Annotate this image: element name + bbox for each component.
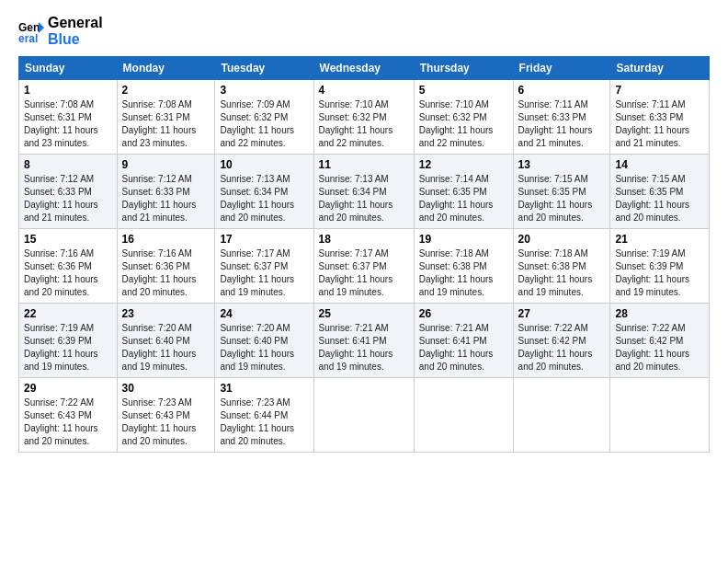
calendar-table: SundayMondayTuesdayWednesdayThursdayFrid…	[18, 56, 710, 453]
calendar-cell: 7Sunrise: 7:11 AMSunset: 6:33 PMDaylight…	[610, 80, 710, 155]
day-number: 7	[615, 84, 704, 97]
calendar-cell: 31Sunrise: 7:23 AMSunset: 6:44 PMDayligh…	[215, 378, 313, 453]
day-info: Sunrise: 7:18 AMSunset: 6:38 PMDaylight:…	[419, 247, 508, 299]
calendar-cell: 19Sunrise: 7:18 AMSunset: 6:38 PMDayligh…	[414, 229, 513, 304]
day-info: Sunrise: 7:12 AMSunset: 6:33 PMDaylight:…	[122, 173, 210, 224]
header: Gen eral General Blue	[18, 15, 710, 47]
calendar-cell: 26Sunrise: 7:21 AMSunset: 6:41 PMDayligh…	[414, 304, 513, 378]
calendar-cell: 24Sunrise: 7:20 AMSunset: 6:40 PMDayligh…	[215, 304, 313, 378]
calendar-cell: 29Sunrise: 7:22 AMSunset: 6:43 PMDayligh…	[19, 378, 118, 453]
calendar-cell: 6Sunrise: 7:11 AMSunset: 6:33 PMDaylight…	[513, 80, 610, 155]
day-info: Sunrise: 7:16 AMSunset: 6:36 PMDaylight:…	[24, 247, 112, 299]
day-info: Sunrise: 7:23 AMSunset: 6:43 PMDaylight:…	[122, 396, 210, 448]
weekday-header-thursday: Thursday	[414, 57, 513, 80]
calendar-page: Gen eral General Blue SundayMondayTuesda…	[0, 0, 728, 462]
day-info: Sunrise: 7:08 AMSunset: 6:31 PMDaylight:…	[24, 98, 112, 150]
calendar-cell: 4Sunrise: 7:10 AMSunset: 6:32 PMDaylight…	[313, 80, 414, 155]
day-number: 5	[419, 84, 508, 97]
calendar-cell: 12Sunrise: 7:14 AMSunset: 6:35 PMDayligh…	[414, 155, 513, 229]
weekday-header-tuesday: Tuesday	[215, 57, 313, 80]
weekday-header-monday: Monday	[117, 57, 215, 80]
day-number: 31	[220, 382, 308, 395]
day-number: 4	[319, 84, 409, 97]
day-info: Sunrise: 7:20 AMSunset: 6:40 PMDaylight:…	[122, 322, 210, 373]
day-number: 2	[122, 84, 210, 97]
calendar-cell: 10Sunrise: 7:13 AMSunset: 6:34 PMDayligh…	[215, 155, 313, 229]
calendar-cell: 22Sunrise: 7:19 AMSunset: 6:39 PMDayligh…	[19, 304, 118, 378]
calendar-cell	[313, 378, 414, 453]
day-info: Sunrise: 7:14 AMSunset: 6:35 PMDaylight:…	[419, 173, 508, 224]
day-info: Sunrise: 7:10 AMSunset: 6:32 PMDaylight:…	[319, 98, 409, 150]
day-number: 16	[122, 233, 210, 246]
calendar-cell: 20Sunrise: 7:18 AMSunset: 6:38 PMDayligh…	[513, 229, 610, 304]
weekday-header-friday: Friday	[513, 57, 610, 80]
day-number: 12	[419, 158, 508, 171]
calendar-cell: 15Sunrise: 7:16 AMSunset: 6:36 PMDayligh…	[19, 229, 118, 304]
day-number: 29	[24, 382, 112, 395]
day-number: 22	[24, 307, 112, 320]
calendar-cell: 17Sunrise: 7:17 AMSunset: 6:37 PMDayligh…	[215, 229, 313, 304]
calendar-cell: 23Sunrise: 7:20 AMSunset: 6:40 PMDayligh…	[117, 304, 215, 378]
day-info: Sunrise: 7:13 AMSunset: 6:34 PMDaylight:…	[220, 173, 308, 224]
day-info: Sunrise: 7:11 AMSunset: 6:33 PMDaylight:…	[615, 98, 704, 150]
day-number: 15	[24, 233, 112, 246]
day-number: 27	[518, 307, 606, 320]
calendar-cell: 27Sunrise: 7:22 AMSunset: 6:42 PMDayligh…	[513, 304, 610, 378]
day-number: 10	[220, 158, 308, 171]
day-number: 11	[319, 158, 409, 171]
day-number: 17	[220, 233, 308, 246]
svg-text:eral: eral	[18, 32, 38, 44]
day-info: Sunrise: 7:17 AMSunset: 6:37 PMDaylight:…	[319, 247, 409, 299]
day-info: Sunrise: 7:22 AMSunset: 6:42 PMDaylight:…	[615, 322, 704, 373]
calendar-cell: 9Sunrise: 7:12 AMSunset: 6:33 PMDaylight…	[117, 155, 215, 229]
day-number: 26	[419, 307, 508, 320]
calendar-cell: 30Sunrise: 7:23 AMSunset: 6:43 PMDayligh…	[117, 378, 215, 453]
weekday-header-wednesday: Wednesday	[313, 57, 414, 80]
day-number: 21	[615, 233, 704, 246]
logo: Gen eral General Blue	[18, 15, 103, 47]
calendar-cell: 14Sunrise: 7:15 AMSunset: 6:35 PMDayligh…	[610, 155, 710, 229]
day-number: 13	[518, 158, 606, 171]
calendar-cell: 16Sunrise: 7:16 AMSunset: 6:36 PMDayligh…	[117, 229, 215, 304]
day-number: 24	[220, 307, 308, 320]
day-info: Sunrise: 7:20 AMSunset: 6:40 PMDaylight:…	[220, 322, 308, 373]
svg-marker-2	[39, 22, 44, 33]
calendar-cell: 2Sunrise: 7:08 AMSunset: 6:31 PMDaylight…	[117, 80, 215, 155]
day-info: Sunrise: 7:18 AMSunset: 6:38 PMDaylight:…	[518, 247, 606, 299]
calendar-cell: 18Sunrise: 7:17 AMSunset: 6:37 PMDayligh…	[313, 229, 414, 304]
weekday-header-sunday: Sunday	[19, 57, 118, 80]
day-info: Sunrise: 7:15 AMSunset: 6:35 PMDaylight:…	[615, 173, 704, 224]
day-info: Sunrise: 7:19 AMSunset: 6:39 PMDaylight:…	[24, 322, 112, 373]
day-info: Sunrise: 7:23 AMSunset: 6:44 PMDaylight:…	[220, 396, 308, 448]
day-number: 25	[319, 307, 409, 320]
logo-text: General Blue	[48, 15, 103, 47]
calendar-cell: 28Sunrise: 7:22 AMSunset: 6:42 PMDayligh…	[610, 304, 710, 378]
day-number: 3	[220, 84, 308, 97]
weekday-header-saturday: Saturday	[610, 57, 710, 80]
day-number: 6	[518, 84, 606, 97]
day-number: 28	[615, 307, 704, 320]
calendar-cell	[513, 378, 610, 453]
day-info: Sunrise: 7:09 AMSunset: 6:32 PMDaylight:…	[220, 98, 308, 150]
calendar-cell: 25Sunrise: 7:21 AMSunset: 6:41 PMDayligh…	[313, 304, 414, 378]
day-number: 30	[122, 382, 210, 395]
day-number: 14	[615, 158, 704, 171]
calendar-cell	[610, 378, 710, 453]
calendar-cell	[414, 378, 513, 453]
calendar-cell: 1Sunrise: 7:08 AMSunset: 6:31 PMDaylight…	[19, 80, 118, 155]
calendar-cell: 11Sunrise: 7:13 AMSunset: 6:34 PMDayligh…	[313, 155, 414, 229]
day-info: Sunrise: 7:11 AMSunset: 6:33 PMDaylight:…	[518, 98, 606, 150]
day-number: 1	[24, 84, 112, 97]
logo-icon: Gen eral	[18, 18, 44, 44]
calendar-cell: 13Sunrise: 7:15 AMSunset: 6:35 PMDayligh…	[513, 155, 610, 229]
day-number: 23	[122, 307, 210, 320]
day-info: Sunrise: 7:10 AMSunset: 6:32 PMDaylight:…	[419, 98, 508, 150]
day-info: Sunrise: 7:08 AMSunset: 6:31 PMDaylight:…	[122, 98, 210, 150]
day-number: 8	[24, 158, 112, 171]
day-info: Sunrise: 7:21 AMSunset: 6:41 PMDaylight:…	[419, 322, 508, 373]
day-info: Sunrise: 7:16 AMSunset: 6:36 PMDaylight:…	[122, 247, 210, 299]
day-number: 20	[518, 233, 606, 246]
day-info: Sunrise: 7:17 AMSunset: 6:37 PMDaylight:…	[220, 247, 308, 299]
calendar-cell: 21Sunrise: 7:19 AMSunset: 6:39 PMDayligh…	[610, 229, 710, 304]
day-info: Sunrise: 7:12 AMSunset: 6:33 PMDaylight:…	[24, 173, 112, 224]
